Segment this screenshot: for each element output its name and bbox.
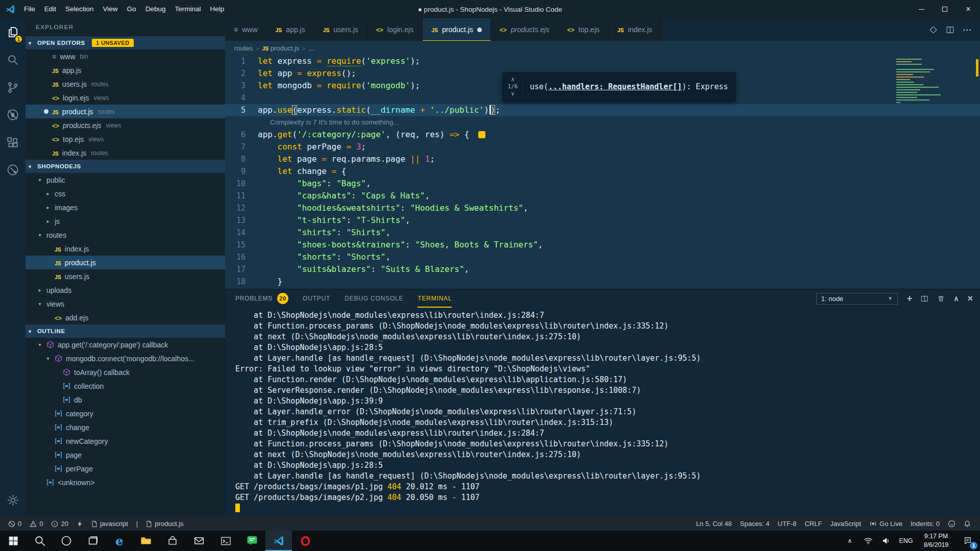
code-line[interactable]: 10 "bags": "Bags", <box>225 178 980 190</box>
terminal-select[interactable]: 1: node ▼ <box>816 293 898 305</box>
outline-item[interactable]: ▾app.get('/:category/:page') callback <box>26 338 225 352</box>
action-center-button[interactable]: 1 <box>957 531 979 551</box>
tree-item-add.ejs[interactable]: <>add.ejs <box>26 311 225 324</box>
maximize-panel-icon[interactable]: ∧ <box>953 294 959 303</box>
code-line[interactable]: 5app.use(express.static(__dirname + '../… <box>225 104 980 116</box>
breadcrumb-routes[interactable]: routes <box>234 44 253 52</box>
code-line[interactable]: 1let express = require('express'); <box>225 55 980 67</box>
tab-login.ejs[interactable]: <>login.ejs <box>368 18 423 41</box>
outline-item[interactable]: ▾mongodb.connect('mongodb://localhos... <box>26 352 225 365</box>
tree-item-css[interactable]: ▸css <box>26 187 225 201</box>
activity-settings[interactable] <box>0 486 26 514</box>
taskbar-edge[interactable]: e <box>106 531 133 551</box>
menu-file[interactable]: File <box>19 0 40 18</box>
code-editor[interactable]: ∧1/6∨ use(...handlers: RequestHandler[])… <box>225 55 980 289</box>
close-button[interactable]: × <box>957 0 980 18</box>
tab-app.js[interactable]: JSapp.js <box>267 18 314 41</box>
open-editor-login.ejs[interactable]: <>login.ejsviews <box>26 91 225 105</box>
menu-selection[interactable]: Selection <box>61 0 99 18</box>
activity-live-share[interactable] <box>0 156 26 184</box>
panel-tab-terminal[interactable]: TERMINAL <box>418 289 452 308</box>
open-changes-icon[interactable] <box>929 26 938 34</box>
taskbar-search[interactable] <box>27 531 53 551</box>
open-editor-app.js[interactable]: JSapp.js <box>26 63 225 77</box>
taskbar-clock[interactable]: 9:17 PM 8/6/2019 <box>917 532 955 549</box>
status-item[interactable] <box>944 517 960 531</box>
taskbar-vscode[interactable] <box>265 531 292 551</box>
kill-terminal-icon[interactable] <box>937 295 945 303</box>
status-item-0[interactable]: 0 <box>4 517 26 531</box>
status-item-spaces-4[interactable]: Spaces: 4 <box>736 517 774 531</box>
taskbar-start[interactable] <box>0 531 27 551</box>
panel-tab-problems[interactable]: PROBLEMS20 <box>235 289 288 308</box>
tree-item-index.js[interactable]: JSindex.js <box>26 242 225 256</box>
tree-item-images[interactable]: ▸images <box>26 201 225 214</box>
outline-item[interactable]: toArray() callback <box>26 365 225 379</box>
tab-top.ejs[interactable]: <>top.ejs <box>558 18 608 41</box>
panel-tab-debug-console[interactable]: DEBUG CONSOLE <box>345 289 403 308</box>
split-terminal-icon[interactable] <box>921 295 928 303</box>
code-line[interactable]: 6app.get('/:category/:page', (req, res) … <box>225 129 980 141</box>
open-editor-product.js[interactable]: JSproduct.jsroutes <box>26 105 225 118</box>
taskbar-mail[interactable] <box>186 531 212 551</box>
tree-item-routes[interactable]: ▾routes <box>26 228 225 242</box>
status-item[interactable] <box>960 517 975 531</box>
outline-item[interactable]: collection <box>26 379 225 393</box>
language-indicator[interactable]: ENG <box>896 537 916 544</box>
code-line[interactable]: 9 let change = { <box>225 165 980 178</box>
tree-item-product.js[interactable]: JSproduct.js <box>26 256 225 269</box>
status-item-go-live[interactable]: Go Live <box>865 517 906 531</box>
activity-debug[interactable] <box>0 101 26 129</box>
tab-index.js[interactable]: JSindex.js <box>609 18 662 41</box>
tray-chevron-icon[interactable]: ∧ <box>841 537 859 544</box>
signature-pager[interactable]: ∧1/6∨ <box>503 73 523 101</box>
open-editors-header[interactable]: ▾ OPEN EDITORS 1 UNSAVED <box>26 36 225 49</box>
activity-explorer[interactable]: 1 <box>0 18 26 46</box>
code-line[interactable]: 17 "suits&blazers": "Suits & Blazers", <box>225 263 980 276</box>
outline-item[interactable]: page <box>26 448 225 462</box>
maximize-button[interactable] <box>933 0 957 18</box>
taskbar-task-view[interactable] <box>80 531 106 551</box>
new-terminal-icon[interactable]: + <box>907 293 913 304</box>
menu-view[interactable]: View <box>99 0 122 18</box>
activity-search[interactable] <box>0 46 26 73</box>
taskbar-chat[interactable] <box>239 531 265 551</box>
status-item[interactable] <box>72 517 87 531</box>
open-editor-www[interactable]: ≡wwwbin <box>26 49 225 63</box>
outline-item[interactable]: newCategory <box>26 434 225 448</box>
status-item-0[interactable]: 0 <box>26 517 47 531</box>
activity-source-control[interactable] <box>0 73 26 101</box>
more-actions-icon[interactable]: ⋯ <box>963 24 972 35</box>
status-item-javascript[interactable]: javascript <box>87 517 132 531</box>
tab-www[interactable]: ≡www <box>225 18 267 41</box>
taskbar-store[interactable] <box>159 531 186 551</box>
network-icon[interactable] <box>860 537 877 545</box>
tab-users.js[interactable]: JSusers.js <box>314 18 368 41</box>
tree-item-uploads[interactable]: ▸uploads <box>26 283 225 297</box>
taskbar-opera[interactable] <box>292 531 318 551</box>
status-item-utf-8[interactable]: UTF-8 <box>774 517 801 531</box>
taskbar-file-explorer[interactable] <box>133 531 159 551</box>
status-item-20[interactable]: 20 <box>47 517 72 531</box>
tab-product.js[interactable]: JSproduct.js <box>423 18 491 41</box>
code-line[interactable]: 14 "shirts": "Shirts", <box>225 227 980 239</box>
open-editor-products.ejs[interactable]: <>products.ejsviews <box>26 118 225 132</box>
outline-item[interactable]: db <box>26 393 225 407</box>
outline-item[interactable]: perPage <box>26 462 225 475</box>
volume-icon[interactable] <box>878 537 895 545</box>
status-item-indents-0[interactable]: Indents: 0 <box>906 517 944 531</box>
close-panel-icon[interactable]: × <box>967 293 973 304</box>
code-line[interactable]: 13 "t-shirts": "T-Shirts", <box>225 214 980 227</box>
code-line[interactable]: 16 "shorts": "Shorts", <box>225 251 980 263</box>
code-line[interactable]: 18 } <box>225 276 980 288</box>
menu-debug[interactable]: Debug <box>141 0 170 18</box>
terminal-output[interactable]: at D:\ShopNodejs\node_modules\express\li… <box>225 308 980 514</box>
minimap[interactable] <box>896 57 973 105</box>
code-line[interactable]: 7 const perPage = 3; <box>225 141 980 153</box>
status-item-crlf[interactable]: CRLF <box>800 517 826 531</box>
outline-item[interactable]: change <box>26 420 225 434</box>
code-line[interactable]: 11 "caps&hats": "Caps & Hats", <box>225 190 980 202</box>
split-editor-icon[interactable] <box>946 26 954 34</box>
menu-terminal[interactable]: Terminal <box>170 0 205 18</box>
status-item-product-js[interactable]: product.js <box>142 517 187 531</box>
